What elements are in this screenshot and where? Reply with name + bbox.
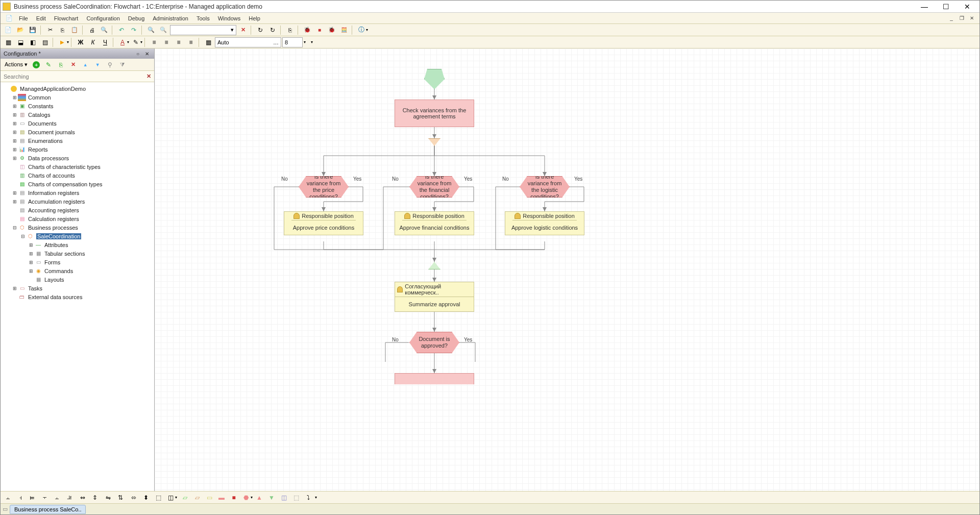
app-menu-icon[interactable] <box>4 13 15 24</box>
delete-icon[interactable] <box>67 59 79 70</box>
activity-approve-price[interactable]: Responsible position Approve price condi… <box>284 211 363 235</box>
flowchart-canvas[interactable]: Check variances from the agreement terms… <box>155 48 979 491</box>
find-icon[interactable] <box>99 24 110 36</box>
distribute-h-icon[interactable]: ⇔ <box>77 492 88 503</box>
menu-tools[interactable]: Tools <box>192 14 214 22</box>
tree-charts-char[interactable]: ◫Charts of characteristic types <box>1 162 154 171</box>
decision-approved[interactable]: Document is approved? <box>409 332 459 353</box>
hsplit-icon[interactable]: ⬓ <box>15 37 26 48</box>
font-color-icon[interactable]: А <box>117 37 128 48</box>
tree-commands[interactable]: ⊞◉Commands <box>1 266 154 275</box>
tree-acct-reg[interactable]: ▤Accounting registers <box>1 206 154 214</box>
underline-icon[interactable]: Ч <box>100 37 111 48</box>
align-justify-icon[interactable]: ≡ <box>185 37 197 48</box>
align-middle-icon[interactable]: ⫠ <box>52 492 63 503</box>
close-button[interactable]: ✕ <box>957 1 977 12</box>
minimize-button[interactable]: — <box>914 1 935 12</box>
mdi-minimize-icon[interactable]: _ <box>947 14 956 23</box>
tree-info-reg[interactable]: ⊞▤Information registers <box>1 188 154 197</box>
debug-stop-icon[interactable] <box>314 24 325 36</box>
move-up-icon[interactable] <box>80 59 91 70</box>
same-size-icon[interactable]: ⬚ <box>153 492 164 503</box>
help-icon[interactable] <box>356 24 367 36</box>
tree-documents[interactable]: ⊞▭Documents <box>1 119 154 128</box>
tree-reports[interactable]: ⊞📊Reports <box>1 145 154 154</box>
clear-zoom-icon[interactable] <box>237 24 249 36</box>
open-icon[interactable] <box>15 24 26 36</box>
forward-icon[interactable] <box>267 24 278 36</box>
menu-debug[interactable]: Debug <box>124 14 149 22</box>
zoom-out-icon[interactable] <box>158 24 169 36</box>
activity-approve-logistic[interactable]: Responsible position Approve logistic co… <box>505 211 584 235</box>
new-icon[interactable] <box>3 24 14 36</box>
activity-summarize[interactable]: Согласующий коммерческ.. Summarize appro… <box>395 282 474 312</box>
tree-charts-acct[interactable]: ▥Charts of accounts <box>1 171 154 180</box>
print-icon[interactable] <box>86 24 97 36</box>
align-center-icon[interactable]: ≡ <box>161 37 172 48</box>
menu-help[interactable]: Help <box>244 14 264 22</box>
debug-start-icon[interactable] <box>302 24 313 36</box>
panel-close-icon[interactable]: ✕ <box>143 50 151 58</box>
save-icon[interactable] <box>27 24 38 36</box>
join-element-icon[interactable]: ▼ <box>266 492 277 503</box>
undo-icon[interactable] <box>116 24 127 36</box>
search-input[interactable] <box>2 72 144 81</box>
flip-v-icon[interactable]: ⇅ <box>115 492 126 503</box>
tree-tasks[interactable]: ⊞▭Tasks <box>1 284 154 292</box>
copy-icon[interactable] <box>57 24 68 36</box>
filter-icon[interactable] <box>116 59 128 70</box>
split-node[interactable] <box>428 138 440 146</box>
menu-file[interactable]: File <box>15 14 32 22</box>
actions-button[interactable]: Actions ▾ <box>3 60 30 69</box>
end-element-icon[interactable]: ▱ <box>191 492 203 503</box>
subprocess-element-icon[interactable]: ◫ <box>278 492 289 503</box>
bold-icon[interactable]: Ж <box>75 37 86 48</box>
move-down-icon[interactable] <box>92 59 103 70</box>
decision-element-icon[interactable]: ⬣ <box>240 492 252 503</box>
align-left-icon[interactable]: ≡ <box>149 37 160 48</box>
scale-value-dropdown[interactable]: 8 <box>282 37 303 47</box>
properties-icon[interactable] <box>104 59 115 70</box>
lane-element-icon[interactable]: ⬚ <box>290 492 302 503</box>
tree-constants[interactable]: ⊞▣Constants <box>1 102 154 110</box>
activity-approve-financial[interactable]: Responsible position Approve financial c… <box>395 211 474 235</box>
zoom-in-icon[interactable] <box>145 24 157 36</box>
tree-attributes[interactable]: ⊞—Attributes <box>1 240 154 249</box>
tree-root[interactable]: ManagedApplicationDemo <box>1 84 154 93</box>
same-width-icon[interactable]: ⬄ <box>128 492 139 503</box>
debug-breakpoint-icon[interactable] <box>326 24 337 36</box>
tree-layouts[interactable]: ▦Layouts <box>1 275 154 284</box>
decision-logistic[interactable]: Is there variance from the logistic cond… <box>520 176 570 198</box>
highlight-icon[interactable]: ✎ <box>130 37 141 48</box>
tree-enumerations[interactable]: ⊞▤Enumerations <box>1 136 154 145</box>
align-right-icon[interactable]: ≡ <box>173 37 184 48</box>
menu-windows[interactable]: Windows <box>214 14 245 22</box>
config-icon[interactable] <box>284 24 296 36</box>
process-partial[interactable] <box>395 373 474 384</box>
back-icon[interactable] <box>255 24 266 36</box>
document-tab[interactable]: Business process SaleCo.. <box>10 505 86 514</box>
align-top-icon[interactable]: ⫟ <box>39 492 51 503</box>
scale-mode-dropdown[interactable]: Auto … <box>215 37 281 47</box>
tree-forms[interactable]: ⊞▭Forms <box>1 258 154 266</box>
join-node[interactable] <box>428 262 440 269</box>
menu-configuration[interactable]: Configuration <box>82 14 124 22</box>
menu-edit[interactable]: Edit <box>32 14 50 22</box>
tree-ext-data[interactable]: 🗃External data sources <box>1 292 154 301</box>
align-right-icon[interactable]: ⫢ <box>27 492 38 503</box>
config-tree[interactable]: ManagedApplicationDemo ⊞Common ⊞▣Constan… <box>1 82 154 491</box>
menu-administration[interactable]: Administration <box>149 14 192 22</box>
tree-catalogs[interactable]: ⊞▥Catalogs <box>1 110 154 119</box>
split-element-icon[interactable]: ▲ <box>254 492 265 503</box>
process-check-variances[interactable]: Check variances from the agreement terms <box>395 100 474 127</box>
clear-search-icon[interactable]: ✕ <box>144 72 153 81</box>
process-element-icon[interactable]: ▬ <box>216 492 227 503</box>
connector-element-icon[interactable]: ⤵ <box>303 492 314 503</box>
table-icon[interactable]: ▤ <box>39 37 51 48</box>
paste-icon[interactable] <box>69 24 80 36</box>
tree-common[interactable]: ⊞Common <box>1 93 154 102</box>
add-icon[interactable] <box>31 59 42 70</box>
maximize-button[interactable]: ☐ <box>936 1 956 12</box>
decision-price[interactable]: Is there variance from the price conditi… <box>299 176 349 198</box>
clone-icon[interactable] <box>55 59 66 70</box>
